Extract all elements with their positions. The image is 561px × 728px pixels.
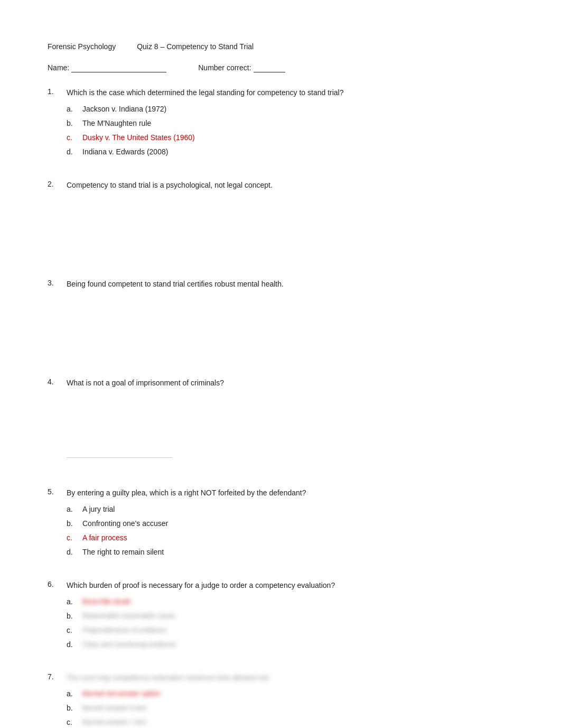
q7-number: 7. — [48, 672, 60, 728]
q4-text: What is not a goal of imprisonment of cr… — [67, 377, 513, 389]
q6-answer-d: d. Clear and convincing evidence — [67, 639, 513, 650]
q1-answer-d-text: Indiana v. Edwards (2008) — [82, 146, 168, 158]
q1-letter-d: d. — [67, 146, 77, 158]
q7-answer-b-text: blurred answer b text — [82, 703, 146, 714]
q5-answer-b-text: Confronting one's accuser — [82, 518, 168, 529]
q6-number: 6. — [48, 580, 60, 653]
number-correct-field: Number correct: — [198, 63, 285, 72]
q6-letter-b: b. — [67, 611, 77, 622]
name-label: Name: — [48, 63, 166, 72]
q1-letter-c: c. — [67, 132, 77, 143]
q7-letter-a: a. — [67, 688, 77, 699]
q1-answer-c-text: Dusky v. The United States (1960) — [82, 132, 195, 143]
q2-number: 2. — [48, 180, 60, 260]
questions-list: 1. Which is the case which determined th… — [48, 87, 513, 728]
q4-divider — [67, 457, 172, 458]
q1-letter-a: a. — [67, 104, 77, 115]
q1-answer-b-text: The M'Naughten rule — [82, 118, 151, 129]
q1-answer-d: d. Indiana v. Edwards (2008) — [67, 146, 513, 158]
q5-letter-b: b. — [67, 518, 77, 529]
q5-answer-a-text: A jury trial — [82, 504, 115, 515]
q6-answer-d-text: Clear and convincing evidence — [82, 639, 176, 650]
q1-number: 1. — [48, 87, 60, 161]
q5-answer-d-text: The right to remain silent — [82, 547, 164, 558]
q5-answer-c: c. A fair process — [67, 532, 513, 543]
course-title: Forensic Psychology — [48, 42, 116, 51]
number-correct-blank[interactable] — [254, 63, 285, 72]
q6-text: Which burden of proof is necessary for a… — [67, 580, 513, 591]
q4-spacer — [67, 394, 513, 447]
q5-letter-c: c. — [67, 532, 77, 543]
q1-letter-b: b. — [67, 118, 77, 129]
q7-letter-b: b. — [67, 703, 77, 714]
question-6: 6. Which burden of proof is necessary fo… — [48, 580, 513, 653]
q7-answer-a: a. blurred red answer option — [67, 688, 513, 699]
question-5: 5. By entering a guilty plea, which is a… — [48, 487, 513, 561]
q5-text: By entering a guilty plea, which is a ri… — [67, 487, 513, 499]
q5-letter-a: a. — [67, 504, 77, 515]
q6-letter-c: c. — [67, 625, 77, 636]
question-2: 2. Competency to stand trial is a psycho… — [48, 180, 513, 260]
q5-answer-d: d. The right to remain silent — [67, 547, 513, 558]
q5-number: 5. — [48, 487, 60, 561]
q6-answer-b-text: Reasonable reasonable cause — [82, 611, 175, 622]
q7-answer-b: b. blurred answer b text — [67, 703, 513, 714]
q3-number: 3. — [48, 279, 60, 358]
q3-content: Being found competent to stand trial cer… — [67, 279, 513, 358]
q1-answers: a. Jackson v. Indiana (1972) b. The M'Na… — [67, 104, 513, 158]
q6-answer-a-text: Bona fide doubt — [82, 596, 130, 607]
q7-content: The court may competency restoration max… — [67, 672, 513, 728]
question-7: 7. The court may competency restoration … — [48, 672, 513, 728]
q6-answer-c: c. Preponderance of evidence — [67, 625, 513, 636]
q5-answers: a. A jury trial b. Confronting one's acc… — [67, 504, 513, 558]
q6-answer-c-text: Preponderance of evidence — [82, 625, 166, 636]
question-3: 3. Being found competent to stand trial … — [48, 279, 513, 358]
q6-letter-d: d. — [67, 639, 77, 650]
page-container: Forensic Psychology Quiz 8 – Competency … — [48, 42, 513, 728]
q6-answer-b: b. Reasonable reasonable cause — [67, 611, 513, 622]
q6-answer-a: a. Bona fide doubt — [67, 596, 513, 607]
q7-answer-a-text: blurred red answer option — [82, 688, 160, 699]
q6-answers: a. Bona fide doubt b. Reasonable reasona… — [67, 596, 513, 650]
q1-answer-c: c. Dusky v. The United States (1960) — [67, 132, 513, 143]
q7-letter-c: c. — [67, 717, 77, 728]
question-1: 1. Which is the case which determined th… — [48, 87, 513, 161]
q7-answers: a. blurred red answer option b. blurred … — [67, 688, 513, 728]
q2-content: Competency to stand trial is a psycholog… — [67, 180, 513, 260]
q1-answer-b: b. The M'Naughten rule — [67, 118, 513, 129]
q6-letter-a: a. — [67, 596, 77, 607]
q4-number: 4. — [48, 377, 60, 468]
q1-text: Which is the case which determined the l… — [67, 87, 513, 98]
name-blank[interactable] — [71, 63, 166, 72]
q5-content: By entering a guilty plea, which is a ri… — [67, 487, 513, 561]
q3-text: Being found competent to stand trial cer… — [67, 279, 513, 290]
q7-answer-c: c. blurred answer c text — [67, 717, 513, 728]
q5-answer-c-text: A fair process — [82, 532, 127, 543]
q1-answer-a-text: Jackson v. Indiana (1972) — [82, 104, 166, 115]
q2-text: Competency to stand trial is a psycholog… — [67, 180, 513, 191]
q3-spacer — [67, 295, 513, 358]
name-line: Name: Number correct: — [48, 63, 513, 72]
q5-answer-b: b. Confronting one's accuser — [67, 518, 513, 529]
q7-text: The court may competency restoration max… — [67, 672, 513, 683]
q7-answer-c-text: blurred answer c text — [82, 717, 146, 728]
q6-content: Which burden of proof is necessary for a… — [67, 580, 513, 653]
question-4: 4. What is not a goal of imprisonment of… — [48, 377, 513, 468]
q1-answer-a: a. Jackson v. Indiana (1972) — [67, 104, 513, 115]
q5-letter-d: d. — [67, 547, 77, 558]
header-line: Forensic Psychology Quiz 8 – Competency … — [48, 42, 513, 51]
q4-content: What is not a goal of imprisonment of cr… — [67, 377, 513, 468]
q2-spacer — [67, 196, 513, 260]
q5-answer-a: a. A jury trial — [67, 504, 513, 515]
quiz-title: Quiz 8 – Competency to Stand Trial — [137, 42, 254, 51]
q1-content: Which is the case which determined the l… — [67, 87, 513, 161]
